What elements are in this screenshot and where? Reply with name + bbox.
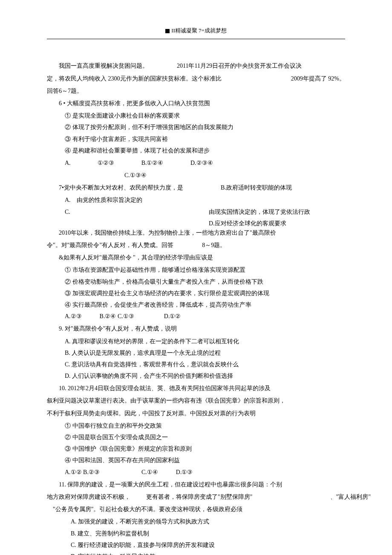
intro2-p2a: 令"。对"最高限价令"有人反对，有人赞成。回答 bbox=[47, 242, 173, 248]
header-text: II精诚凝聚 7=成就梦想 bbox=[171, 27, 227, 34]
q11-p1b: 更有甚者，将保障房变成了"别墅保障房" bbox=[146, 494, 252, 500]
q11-p2: "公务员专属房"。引起社会极大的不满。要改变这种现状，各级政府必须 bbox=[47, 504, 345, 515]
q7-b[interactable]: B.政府适时转变职能的体现 bbox=[209, 182, 292, 193]
intro2-p2: 令"。对"最高限价令"有人反对，有人赞成。回答 8～9题。 bbox=[47, 240, 345, 250]
q11-title: 11. 保障房的建设，是一项重大的民生工程，但在建设过程中也暴露出很多问题：个别 bbox=[47, 479, 345, 490]
intro2-p1: 2010年以来，我国物价持续上涨。为控制物价上涨，一些地方政府出台了"最高限价 bbox=[47, 227, 345, 238]
q9-d[interactable]: D. 人们认识事物的角度不同，会产生不同的价值判断和价值选择 bbox=[47, 371, 345, 381]
q8-o3: ③ 加强宏观调控是社会主义市场经济的内在要求，实行限价是宏观调控的体现 bbox=[47, 288, 345, 299]
q11-p1: 地方政府对保障房建设不积极， 更有甚者，将保障房变成了"别墅保障房" 、"富人福… bbox=[47, 492, 345, 502]
intro-p2a: 定，将农民人均纯收入 2300元作为新的国家扶贫标准。这个标准比 bbox=[47, 75, 222, 82]
q6-cc[interactable]: B.①②④ bbox=[141, 160, 164, 166]
intro-p1a: 我国一直高度重视解决贫困问题。 bbox=[59, 63, 148, 69]
q11-d[interactable]: D. 审慎行使权力，科学民主决策 bbox=[47, 551, 345, 555]
q11-c[interactable]: C. 履行经济建设的职能，直接参与保障房的开发和建设 bbox=[47, 540, 345, 550]
q9-c[interactable]: C. 意识活动具有自觉选择性，客观世界有什么，意识就会反映什么 bbox=[47, 359, 345, 370]
q7-d-row: D.应对经济全球化的客观要求 bbox=[47, 218, 345, 227]
q9-b[interactable]: B. 人类认识是无限发展的，追求真理是一个永无止境的过程 bbox=[47, 348, 345, 358]
q6-cb: ①②③ bbox=[98, 160, 114, 166]
intro-p2: 定，将农民人均纯收入 2300元作为新的国家扶贫标准。这个标准比 2009年提高… bbox=[47, 73, 345, 84]
q8-title: &如果有人反对"最高限价令 "，其合理的经济学理由应该是 bbox=[47, 252, 345, 263]
q11-a[interactable]: A. 加强党的建设，不断完善党的领导方式和执政方式 bbox=[47, 516, 345, 527]
intro2-p2b: 8～9题。 bbox=[202, 242, 226, 248]
page-header: II精诚凝聚 7=成就梦想 bbox=[47, 26, 345, 35]
intro-p2b: 2009年提高了 92%。 bbox=[291, 73, 345, 84]
q7-a[interactable]: A. 由党的性质和宗旨决定的 bbox=[47, 195, 345, 205]
q10-p1: 叙利亚问题决议草案进行表决。由于该草案的一些内容有违《联合国宪章》的宗旨和原则， bbox=[47, 395, 345, 406]
q7-c-row: C. 由现实国情决定的，体现了党依法行政 bbox=[47, 207, 345, 217]
q8-o4: ④ 实行最高限价，会促使生产者改善经营，降低成本，提高劳动生产率 bbox=[47, 299, 345, 310]
header-rule bbox=[47, 39, 345, 39]
q8-o2: ② 价格变动影响生产，价格高会吸引大量生产者投入生产，从而使价格下跌 bbox=[47, 276, 345, 287]
intro-p3: 回答6～7题。 bbox=[47, 86, 345, 96]
q10-title: 10. 2012年2月4日联合国安理会就法、英、德及有关阿拉伯国家等共同起草的涉… bbox=[47, 383, 345, 394]
q10-choices[interactable]: A.①② B.②③ C.①④ D.①③ bbox=[47, 467, 345, 477]
q8-choices[interactable]: A.②③ B.②④ C.①③ D.①② bbox=[47, 311, 345, 322]
q10-o1: ① 中国奉行独立自主的和平外交政策 bbox=[47, 420, 345, 431]
q9-a[interactable]: A. 真理和谬误没有绝对的界限，在一定的条件下二者可以相互转化 bbox=[47, 336, 345, 347]
q6-ca[interactable]: A. bbox=[65, 160, 71, 166]
q11-p1c: 、"富人福利房" bbox=[330, 492, 371, 502]
q8-o1: ① 市场在资源配置中起基础性作用，能够通过价格涨落实现资源配置 bbox=[47, 265, 345, 275]
q7-c[interactable]: C. bbox=[65, 209, 70, 215]
q9-title: 9. 对"最高限价令"有人反对，有人赞成，说明 bbox=[47, 323, 345, 334]
q6-o1: ① 是实现全面建设小康社会目标的客观要求 bbox=[47, 110, 345, 121]
intro-p1: 我国一直高度重视解决贫困问题。 2011年11月29日召开的中央扶贫开发工作会议… bbox=[47, 60, 345, 71]
q10-o4: ④ 中国和法国、英国不存在共同的国家利益 bbox=[47, 455, 345, 466]
q7-rc: 由现实国情决定的，体现了党依法行政 bbox=[209, 207, 310, 217]
q10-p2: 不利于叙利亚局势走向缓和。因此，中国投了反对票。中国投反对票的行为表明 bbox=[47, 408, 345, 419]
q6-o2: ② 体现了按劳分配原则，但不利于增强贫困地区的自我发展能力 bbox=[47, 122, 345, 132]
q6-title: 6 • 大幅度提高扶贫标准，把更多低收入人口纳入扶贫范围 bbox=[47, 98, 345, 109]
q6-o3: ③ 有利于缩小贫富差距，实现共同富裕 bbox=[47, 134, 345, 144]
intro-p1b: 2011年11月29日召开的中央扶贫开发工作会议决 bbox=[177, 63, 302, 69]
q6-choices-row2[interactable]: C.①③④ bbox=[47, 170, 345, 181]
q11-p1a: 地方政府对保障房建设不积极， bbox=[47, 494, 130, 500]
q11-b[interactable]: B. 建立、完善制约和监督机制 bbox=[47, 528, 345, 539]
q6-choices-row1: A. ①②③ B.①②④ D.②③④ bbox=[47, 158, 345, 168]
q10-o3: ③ 中国维护《联合国宪章》所规定的宗旨和原则 bbox=[47, 443, 345, 454]
q6-cd[interactable]: D.②③④ bbox=[190, 160, 213, 166]
q10-o2: ② 中国是联合国五个安理会成员国之一 bbox=[47, 432, 345, 443]
q7-title-text: 7•党中央不断加大对农村、农民的帮扶力度，是 bbox=[59, 184, 183, 191]
q6-o4: ④ 是构建和谐社会重要举措，体现了社会的发展和进步 bbox=[47, 145, 345, 156]
q7-d[interactable]: D.应对经济全球化的客观要求 bbox=[209, 218, 286, 229]
q7-title: 7•党中央不断加大对农村、农民的帮扶力度，是 B.政府适时转变职能的体现 bbox=[47, 182, 345, 193]
